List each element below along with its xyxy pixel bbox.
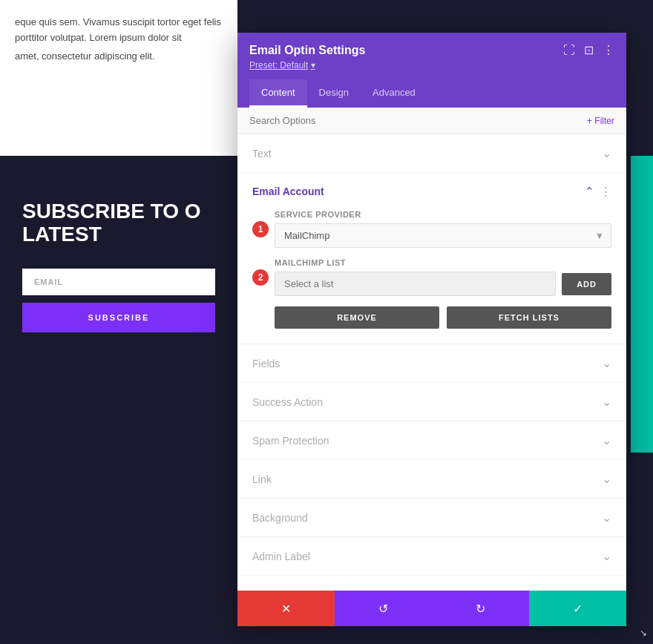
email-account-title: Email Account: [252, 185, 324, 197]
section-admin-label-label: Admin Label: [252, 551, 310, 562]
mailchimp-list-group: 2 MailChimp List ADD: [252, 258, 611, 296]
subscribe-section: SUBSCRIBE TO O LATEST EMAIL SUBSCRIBE: [0, 156, 237, 644]
section-link-header: Link ⌄: [252, 472, 611, 486]
section-text[interactable]: Text ⌄: [237, 134, 626, 173]
step-1-badge: 1: [252, 221, 269, 237]
section-background[interactable]: Background ⌄: [237, 499, 626, 537]
email-input-display: EMAIL: [22, 269, 215, 295]
email-account-more-icon[interactable]: ⋮: [600, 185, 611, 198]
section-fields-header: Fields ⌄: [252, 356, 611, 370]
section-admin-label-chevron: ⌄: [602, 549, 611, 563]
section-background-label: Background: [252, 512, 308, 524]
tab-design[interactable]: Design: [307, 79, 361, 108]
cancel-button[interactable]: ✕: [237, 591, 335, 626]
mailchimp-list-field: MailChimp List ADD: [275, 258, 611, 296]
modal-title: Email Optin Settings: [249, 44, 365, 57]
save-button[interactable]: ✓: [529, 591, 626, 626]
more-options-icon[interactable]: ⋮: [603, 43, 614, 57]
section-background-chevron: ⌄: [602, 510, 611, 525]
email-account-chevron-up[interactable]: ⌃: [585, 185, 594, 198]
section-fields-label: Fields: [252, 358, 280, 369]
modal-header-icons: ⛶ ⊡ ⋮: [563, 43, 614, 57]
email-account-icons: ⌃ ⋮: [585, 185, 611, 198]
mailchimp-list-input-row: ADD: [275, 272, 611, 296]
section-success-action[interactable]: Success Action ⌄: [237, 383, 626, 421]
modal-header: Email Optin Settings ⛶ ⊡ ⋮ Preset: Defau…: [237, 33, 626, 79]
service-provider-row: 1 Service Provider MailChimp ▼: [252, 210, 611, 248]
service-provider-select[interactable]: MailChimp: [275, 223, 611, 248]
redo-button[interactable]: ↻: [432, 591, 529, 626]
resize-handle[interactable]: ↘: [640, 628, 647, 638]
section-text-label: Text: [252, 148, 272, 160]
mailchimp-list-row: 2 MailChimp List ADD: [252, 258, 611, 296]
section-text-header: Text ⌄: [252, 146, 611, 160]
search-bar: + Filter: [237, 108, 626, 134]
section-success-action-label: Success Action: [252, 396, 323, 408]
email-account-header: Email Account ⌃ ⋮: [252, 185, 611, 198]
section-spam-protection-chevron: ⌄: [602, 433, 611, 447]
remove-button[interactable]: REMOVE: [275, 306, 439, 329]
service-provider-select-wrapper: MailChimp ▼: [275, 223, 611, 248]
help-row: ⓘ Help: [237, 576, 626, 591]
mailchimp-list-input[interactable]: [275, 272, 556, 296]
search-input[interactable]: [249, 115, 587, 126]
service-provider-label: Service Provider: [275, 210, 611, 219]
section-success-action-chevron: ⌄: [602, 395, 611, 409]
service-provider-field: Service Provider MailChimp ▼: [275, 210, 611, 248]
section-fields-chevron: ⌄: [602, 356, 611, 370]
fullscreen-icon[interactable]: ⛶: [563, 44, 575, 57]
section-background-header: Background ⌄: [252, 510, 611, 525]
teal-accent-strip: [631, 156, 653, 453]
modal-tabs: Content Design Advanced: [237, 79, 626, 108]
filter-button[interactable]: + Filter: [587, 116, 614, 126]
split-view-icon[interactable]: ⊡: [584, 43, 594, 57]
service-provider-group: 1 Service Provider MailChimp ▼: [252, 210, 611, 248]
modal-body: Text ⌄ Email Account ⌃ ⋮ 1 Service Provi…: [237, 134, 626, 591]
section-spam-protection-label: Spam Protection: [252, 435, 329, 447]
modal-footer: ✕ ↺ ↻ ✓: [237, 591, 626, 626]
section-link[interactable]: Link ⌄: [237, 460, 626, 499]
step-2-badge: 2: [252, 269, 269, 286]
section-success-action-header: Success Action ⌄: [252, 395, 611, 409]
subscribe-button[interactable]: SUBSCRIBE: [22, 303, 215, 332]
section-spam-protection-header: Spam Protection ⌄: [252, 433, 611, 447]
tab-advanced[interactable]: Advanced: [361, 79, 427, 108]
modal-header-top: Email Optin Settings ⛶ ⊡ ⋮: [249, 43, 614, 57]
section-admin-label[interactable]: Admin Label ⌄: [237, 537, 626, 576]
bg-text-1: eque quis sem. Vivamus suscipit tortor e…: [15, 15, 223, 46]
section-spam-protection[interactable]: Spam Protection ⌄: [237, 421, 626, 460]
add-button[interactable]: ADD: [562, 273, 611, 295]
action-buttons-row: REMOVE FETCH LISTS: [275, 306, 611, 329]
bg-text-2: amet, consectetur adipiscing elit.: [15, 49, 223, 65]
subscribe-title: SUBSCRIBE TO O LATEST: [22, 200, 201, 246]
section-email-account: Email Account ⌃ ⋮ 1 Service Provider Mai…: [237, 173, 626, 344]
section-link-chevron: ⌄: [602, 472, 611, 486]
section-admin-label-header: Admin Label ⌄: [252, 549, 611, 563]
section-fields[interactable]: Fields ⌄: [237, 344, 626, 383]
tab-content[interactable]: Content: [249, 79, 307, 108]
section-text-chevron: ⌄: [602, 146, 611, 160]
settings-modal: Email Optin Settings ⛶ ⊡ ⋮ Preset: Defau…: [237, 33, 626, 626]
mailchimp-list-label: MailChimp List: [275, 258, 611, 267]
fetch-lists-button[interactable]: FETCH LISTS: [447, 306, 611, 329]
section-link-label: Link: [252, 473, 272, 485]
undo-button[interactable]: ↺: [335, 591, 432, 626]
modal-preset: Preset: Default ▾: [249, 60, 614, 70]
